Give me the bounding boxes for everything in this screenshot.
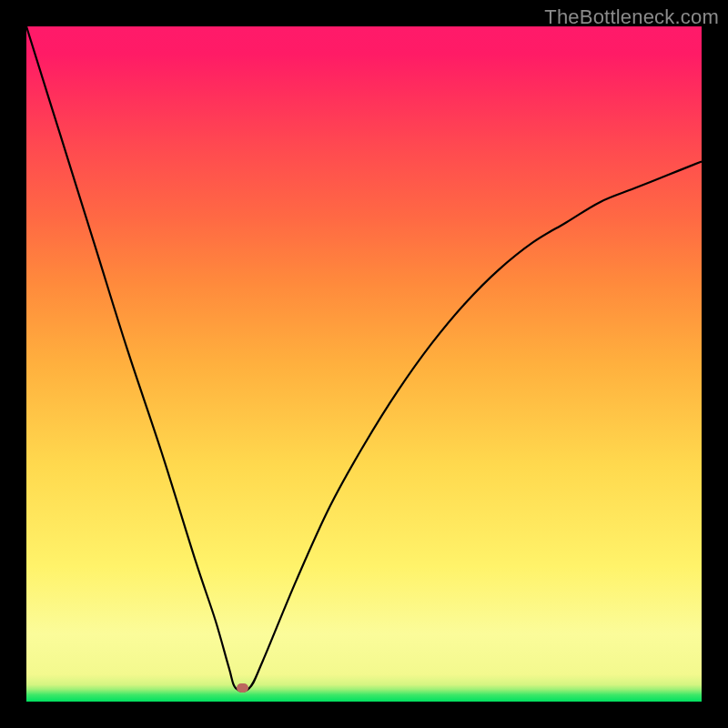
curve-layer <box>26 26 702 702</box>
chart-frame: TheBottleneck.com <box>0 0 728 728</box>
plot-area <box>26 26 702 702</box>
bottleneck-curve-path <box>26 26 702 692</box>
